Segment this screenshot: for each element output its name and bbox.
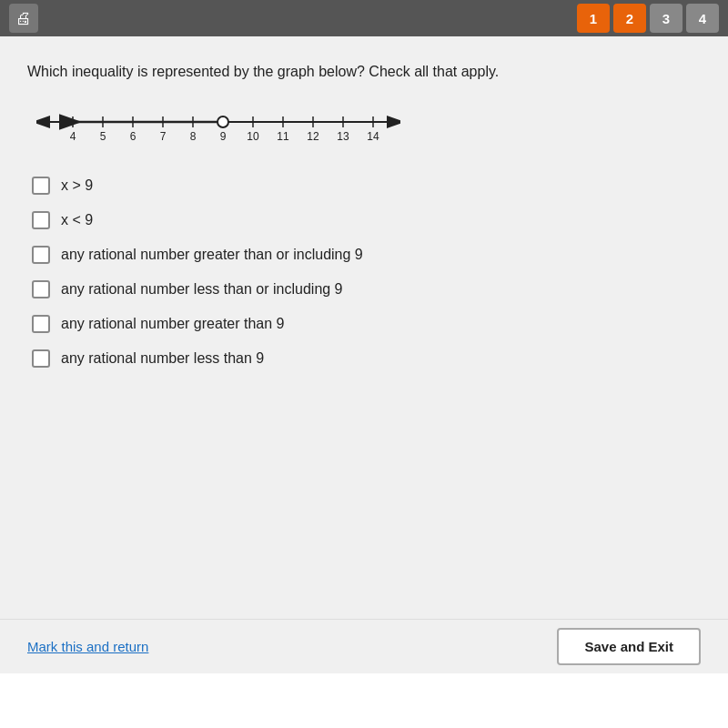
choice-label-2: x < 9 xyxy=(61,212,93,228)
checkbox-1[interactable] xyxy=(32,177,50,195)
choice-item-4[interactable]: any rational number less than or includi… xyxy=(32,280,701,298)
choice-item-1[interactable]: x > 9 xyxy=(32,177,701,195)
checkbox-4[interactable] xyxy=(32,280,50,298)
question-text: Which inequality is represented by the g… xyxy=(27,62,701,82)
svg-text:7: 7 xyxy=(160,130,167,143)
svg-text:13: 13 xyxy=(337,130,349,143)
printer-icon[interactable]: 🖨 xyxy=(9,4,38,33)
choice-item-2[interactable]: x < 9 xyxy=(32,211,701,229)
choice-item-6[interactable]: any rational number less than 9 xyxy=(32,349,701,368)
question-number-4[interactable]: 4 xyxy=(686,4,719,33)
svg-text:4: 4 xyxy=(70,130,76,143)
question-number-1[interactable]: 1 xyxy=(577,4,610,33)
question-numbers: 1 2 3 4 xyxy=(577,4,719,33)
number-line-container: 4 5 6 7 8 9 10 11 12 xyxy=(36,104,701,149)
choice-label-4: any rational number less than or includi… xyxy=(61,281,343,298)
number-line-svg: 4 5 6 7 8 9 10 11 12 xyxy=(36,104,400,149)
choice-item-5[interactable]: any rational number greater than 9 xyxy=(32,315,701,333)
svg-text:10: 10 xyxy=(247,130,259,143)
question-number-2[interactable]: 2 xyxy=(613,4,646,33)
choice-label-5: any rational number greater than 9 xyxy=(61,316,284,332)
main-content: Which inequality is represented by the g… xyxy=(0,36,728,673)
checkbox-2[interactable] xyxy=(32,211,50,229)
checkbox-5[interactable] xyxy=(32,315,50,333)
checkbox-3[interactable] xyxy=(32,246,50,264)
answer-choices: x > 9 x < 9 any rational number greater … xyxy=(32,177,701,368)
svg-text:6: 6 xyxy=(130,130,136,143)
svg-text:8: 8 xyxy=(190,130,197,143)
svg-text:14: 14 xyxy=(367,130,379,143)
choice-label-1: x > 9 xyxy=(61,177,93,194)
choice-item-3[interactable]: any rational number greater than or incl… xyxy=(32,246,701,264)
svg-text:11: 11 xyxy=(277,130,289,143)
top-bar-left: 🖨 xyxy=(9,4,38,33)
save-exit-button[interactable]: Save and Exit xyxy=(557,628,701,665)
mark-return-link[interactable]: Mark this and return xyxy=(27,639,148,654)
svg-text:12: 12 xyxy=(307,130,319,143)
top-bar: 🖨 1 2 3 4 xyxy=(0,0,728,36)
choice-label-3: any rational number greater than or incl… xyxy=(61,247,363,263)
checkbox-6[interactable] xyxy=(32,349,50,368)
svg-text:9: 9 xyxy=(220,130,227,143)
question-number-3[interactable]: 3 xyxy=(650,4,682,33)
svg-text:5: 5 xyxy=(100,130,106,143)
bottom-bar: Mark this and return Save and Exit xyxy=(0,619,728,673)
svg-point-13 xyxy=(217,116,228,127)
choice-label-6: any rational number less than 9 xyxy=(61,350,264,367)
